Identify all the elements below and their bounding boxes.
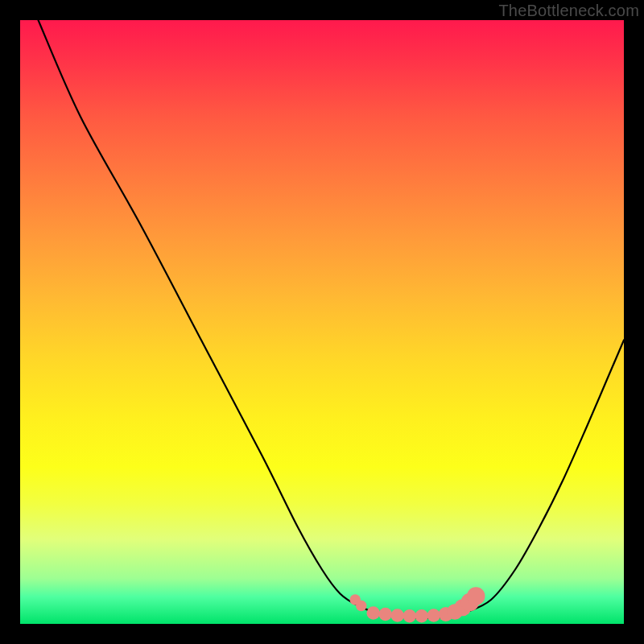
watermark-text: TheBottleneck.com xyxy=(498,2,639,20)
highlight-dot xyxy=(367,606,381,620)
highlight-dot xyxy=(379,608,393,621)
highlight-dot xyxy=(467,587,485,605)
highlight-markers xyxy=(350,587,485,622)
highlight-dot xyxy=(403,609,417,623)
highlight-dot xyxy=(391,609,405,622)
highlight-dot xyxy=(415,609,429,623)
highlight-dot xyxy=(427,609,441,622)
highlight-dot xyxy=(356,601,367,612)
chart-svg xyxy=(20,20,624,624)
plot-area xyxy=(20,20,624,624)
chart-frame: TheBottleneck.com xyxy=(0,0,644,644)
curve-line xyxy=(39,20,625,618)
